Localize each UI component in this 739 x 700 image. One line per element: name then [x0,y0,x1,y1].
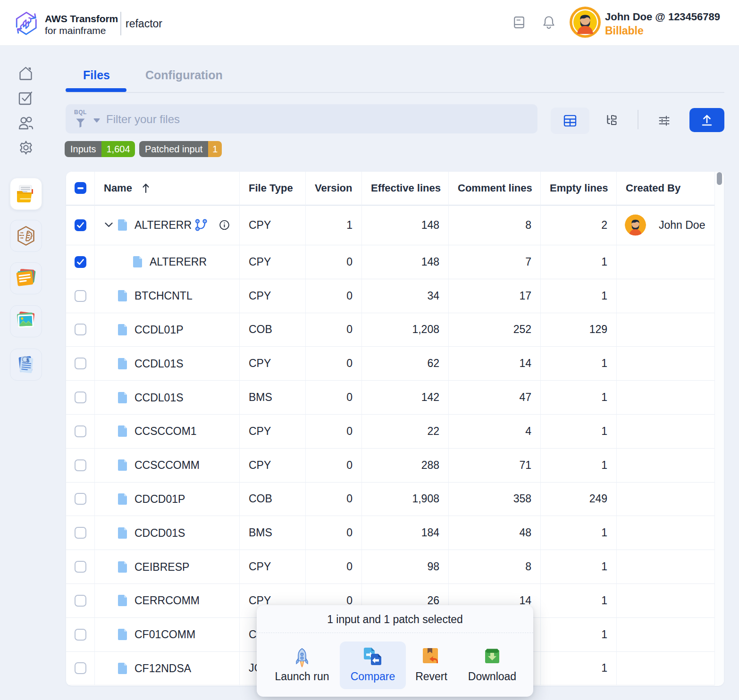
svg-text:$: $ [26,358,29,363]
